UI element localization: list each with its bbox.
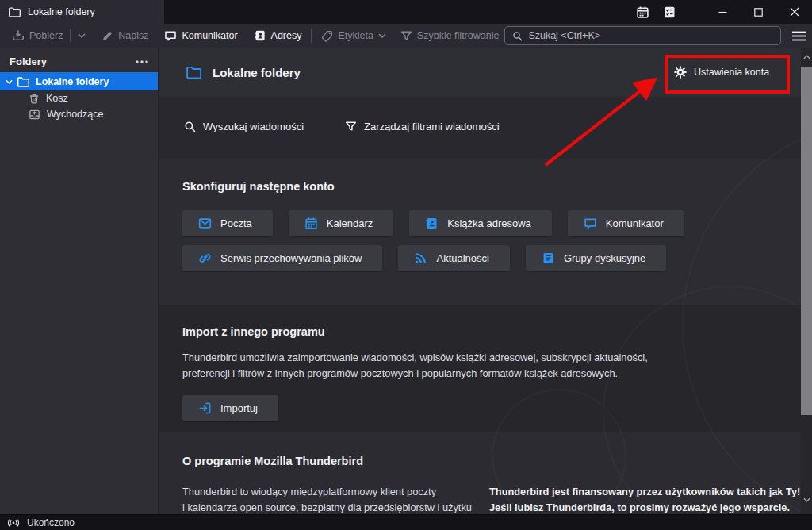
get-messages-label: Pobierz [29, 30, 63, 41]
folder-label: Wychodzące [47, 109, 103, 120]
import-button[interactable]: Importuj [182, 395, 278, 421]
close-icon [790, 7, 799, 17]
setup-mail-button[interactable]: Poczta [182, 210, 273, 236]
funnel-icon [400, 30, 412, 42]
setup-filelink-button[interactable]: Serwis przechowywania plików [182, 245, 382, 271]
setup-button-label: Komunikator [606, 217, 664, 229]
feed-icon [414, 252, 427, 265]
setup-address-book-button[interactable]: Książka adresowa [409, 210, 552, 236]
setup-button-label: Grupy dyskusyjne [564, 252, 645, 264]
newsgroup-icon [542, 252, 555, 265]
hamburger-icon [792, 31, 806, 41]
titlebar-gap [683, 0, 705, 24]
calendar-icon [636, 6, 649, 19]
chat-icon [584, 217, 597, 230]
address-book-label: Adresy [271, 30, 302, 41]
close-button[interactable] [776, 0, 812, 24]
folder-pane-title: Foldery [10, 56, 47, 67]
download-icon [12, 29, 25, 42]
chat-button[interactable]: Komunikator [159, 25, 243, 46]
folder-row-local-folders[interactable]: Lokalne foldery [0, 72, 158, 90]
app-menu-button[interactable] [792, 31, 806, 41]
manage-filters-label: Zarządzaj filtrami wiadomości [364, 121, 500, 132]
tag-label: Etykieta [338, 30, 373, 41]
link-icon [198, 252, 212, 265]
tab-label: Lokalne foldery [28, 6, 95, 17]
scroll-up-button[interactable] [801, 49, 812, 65]
minimize-icon [718, 8, 727, 17]
mail-icon [198, 217, 212, 230]
setup-calendar-button[interactable]: Kalendarz [289, 210, 394, 236]
tab-local-folders[interactable]: Lokalne foldery [0, 0, 164, 24]
import-button-label: Importuj [220, 402, 258, 414]
write-button[interactable]: Napisz [96, 25, 154, 46]
minimize-button[interactable] [705, 0, 741, 24]
about-left-line1: Thunderbird to wiodący międzyplatformowy… [182, 484, 436, 500]
titlebar-spacer [164, 0, 629, 24]
split-separator [70, 29, 71, 42]
about-left-line2: i kalendarza open source, bezpłatny dla … [182, 500, 472, 514]
setup-button-label: Kalendarz [327, 217, 373, 229]
address-book-button[interactable]: Adresy [248, 25, 308, 46]
title-bar: Lokalne foldery [0, 0, 812, 24]
folder-pane-header: Foldery [0, 48, 158, 72]
pencil-icon [102, 30, 113, 42]
calendar-icon [304, 217, 318, 230]
outbox-icon [29, 109, 40, 121]
tag-button[interactable]: Etykieta [316, 25, 391, 46]
quick-filter-button[interactable]: Szybkie filtrowanie [395, 25, 505, 46]
manage-filters-link[interactable]: Zarządzaj filtrami wiadomości [345, 121, 500, 132]
chat-icon [164, 29, 177, 42]
tasks-icon [663, 6, 676, 19]
search-icon [512, 31, 523, 41]
folder-icon [186, 64, 201, 80]
status-bar: Ukończono [0, 514, 812, 530]
tag-icon [321, 30, 333, 42]
vertical-scrollbar[interactable] [801, 48, 812, 514]
folder-pane-menu-button[interactable] [136, 60, 148, 63]
setup-newsgroup-button[interactable]: Grupy dyskusyjne [526, 245, 666, 271]
search-messages-label: Wyszukaj wiadomości [203, 121, 304, 132]
get-messages-button[interactable]: Pobierz [6, 25, 68, 46]
chevron-down-icon [78, 33, 86, 38]
folder-pane: Foldery Lokalne foldery Kosz Wychodzą [0, 48, 159, 514]
about-right-line1: Thunderbird jest finansowany przez użytk… [489, 484, 800, 500]
toolbar-separator [311, 29, 312, 43]
setup-button-label: Aktualności [436, 252, 488, 264]
get-messages-dropdown[interactable] [72, 25, 91, 46]
trash-icon [29, 93, 40, 104]
account-title: Lokalne foldery [213, 66, 301, 79]
search-icon [184, 121, 196, 132]
maximize-button[interactable] [741, 0, 776, 24]
status-text: Ukończono [27, 517, 75, 528]
chevron-down-icon [803, 497, 810, 502]
message-links-row: Wyszukaj wiadomości Zarządzaj filtrami w… [184, 121, 500, 132]
mail-toolbar: Pobierz Napisz Komunikator Adresy [0, 24, 812, 48]
setup-buttons-row1: Poczta Kalendarz Książka adresowa Komuni… [182, 210, 684, 236]
account-settings-button[interactable]: Ustawienia konta [674, 60, 769, 84]
import-heading: Import z innego programu [182, 325, 325, 338]
import-description-line1: Thunderbird umożliwia zaimportowanie wia… [182, 350, 648, 366]
setup-button-label: Poczta [220, 217, 252, 229]
quick-filter-label: Szybkie filtrowanie [417, 30, 500, 41]
folder-icon [17, 75, 29, 88]
global-search[interactable] [504, 26, 781, 45]
thunderbird-window: Lokalne foldery Pobierz [0, 0, 812, 530]
search-messages-link[interactable]: Wyszukaj wiadomości [184, 121, 304, 132]
tasks-tab-button[interactable] [656, 0, 683, 24]
chevron-down-icon[interactable] [6, 79, 17, 84]
folder-row-trash[interactable]: Kosz [0, 90, 158, 106]
search-input[interactable] [528, 30, 773, 41]
setup-feed-button[interactable]: Aktualności [398, 245, 509, 271]
folder-row-outbox[interactable]: Wychodzące [0, 106, 158, 122]
scroll-down-button[interactable] [801, 492, 812, 508]
funnel-icon [345, 121, 357, 132]
calendar-tab-button[interactable] [629, 0, 656, 24]
setup-chat-button[interactable]: Komunikator [568, 210, 684, 236]
about-right-line2: Jeśli lubisz Thunderbirda, to prosimy ro… [489, 500, 790, 514]
ellipsis-icon [136, 60, 148, 63]
scrollbar-thumb[interactable] [801, 67, 812, 415]
chat-label: Komunikator [182, 30, 237, 41]
import-icon [198, 401, 212, 415]
folder-label: Kosz [46, 93, 68, 104]
